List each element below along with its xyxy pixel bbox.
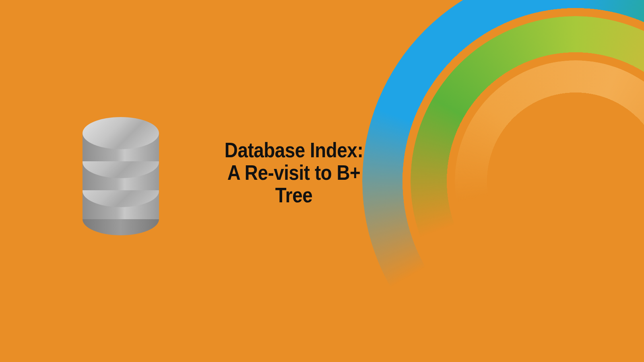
- slide-title: Database Index: A Re-visit to B+ Tree: [202, 139, 386, 206]
- arc-middle-green-yellow: [411, 16, 644, 346]
- title-line-3: Tree: [202, 184, 386, 206]
- title-line-1: Database Index:: [202, 139, 386, 161]
- title-line-2: A Re-visit to B+: [202, 161, 386, 184]
- db-disk-top-ellipse: [83, 117, 159, 149]
- arc-inner-orange: [455, 60, 644, 302]
- database-icon: [83, 121, 159, 225]
- arc-outer-blue-green: [362, 0, 644, 362]
- decorative-arcs: [354, 0, 644, 362]
